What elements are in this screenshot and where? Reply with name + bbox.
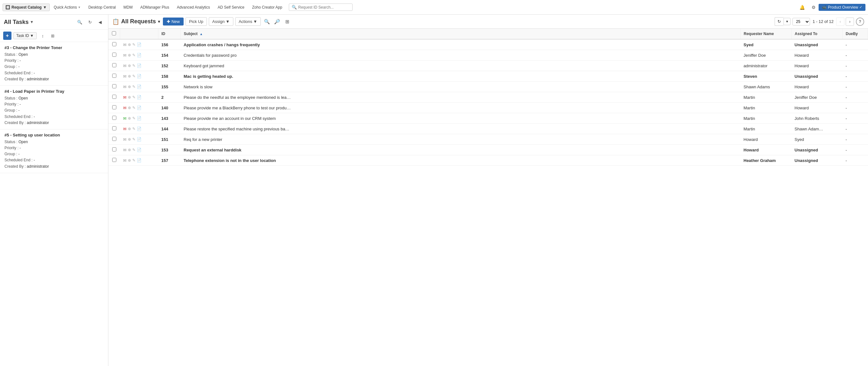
doc-icon[interactable]: 📄 [137, 137, 142, 142]
search-input[interactable] [298, 5, 350, 9]
id-column-header[interactable]: ID [158, 29, 180, 39]
row-subject[interactable]: Please provide me an account in our CRM … [180, 113, 741, 124]
row-checkbox[interactable] [112, 147, 116, 151]
doc-icon[interactable]: 📄 [137, 63, 142, 68]
nav-item-desktop-central[interactable]: Desktop Central [85, 3, 119, 11]
prev-page-button[interactable]: ‹ [836, 18, 844, 26]
nav-item-mdm[interactable]: MDM [120, 3, 136, 11]
dueby-column-header[interactable]: DueBy [842, 29, 868, 39]
edit-icon[interactable]: ✎ [132, 137, 135, 142]
edit-icon[interactable]: ✎ [132, 95, 135, 99]
row-subject[interactable]: Credentials for password pro [180, 50, 741, 61]
nav-item-quick-actions[interactable]: Quick Actions ▼ [50, 3, 85, 11]
assign-button[interactable]: Assign ▼ [209, 17, 233, 26]
edit-icon[interactable]: ✎ [132, 158, 135, 162]
nav-item-admanager[interactable]: ADManager Plus [137, 3, 173, 11]
row-checkbox[interactable] [112, 63, 116, 67]
email-icon[interactable]: ✉ [123, 137, 127, 142]
row-id[interactable]: 140 [158, 103, 180, 113]
subject-column-header[interactable]: Subject ▲ [180, 29, 741, 39]
task-item[interactable]: #3 - Change the Printer Toner Status : O… [0, 42, 108, 86]
row-subject[interactable]: Request an external harddisk [180, 145, 741, 155]
edit-icon[interactable]: ✎ [132, 105, 135, 110]
merge-icon[interactable]: ⊕ [128, 116, 131, 121]
sort-direction-icon[interactable]: ↕ [38, 32, 47, 40]
merge-icon[interactable]: ⊕ [128, 127, 131, 131]
email-icon[interactable]: ✉ [123, 85, 127, 89]
merge-icon[interactable]: ⊕ [128, 148, 131, 152]
edit-icon[interactable]: ✎ [132, 116, 135, 121]
email-icon[interactable]: ✉ [123, 158, 127, 163]
sort-button[interactable]: Task ID ▼ [13, 32, 37, 39]
row-id[interactable]: 157 [158, 155, 180, 166]
row-checkbox[interactable] [112, 53, 116, 57]
add-task-button[interactable]: + [3, 32, 11, 40]
doc-icon[interactable]: 📄 [137, 127, 142, 131]
merge-icon[interactable]: ⊕ [128, 105, 131, 110]
edit-icon[interactable]: ✎ [132, 74, 135, 79]
email-icon[interactable]: ✉ [123, 63, 127, 68]
refresh-main-button[interactable]: ↻ [775, 17, 783, 26]
merge-icon[interactable]: ⊕ [128, 85, 131, 89]
merge-icon[interactable]: ⊕ [128, 53, 131, 57]
doc-icon[interactable]: 📄 [137, 95, 142, 99]
notifications-icon[interactable]: 🔔 [798, 3, 806, 12]
row-subject[interactable]: Application crashes / hangs frequently [180, 39, 741, 50]
email-icon[interactable]: ✉ [123, 74, 127, 79]
left-refresh-icon[interactable]: ↻ [86, 18, 94, 26]
row-checkbox[interactable] [112, 42, 116, 46]
email-icon[interactable]: ✉ [123, 105, 127, 110]
pickup-button[interactable]: Pick Up [186, 17, 207, 26]
row-id[interactable]: 144 [158, 124, 180, 134]
page-size-select[interactable]: 25 10 50 100 [793, 18, 810, 26]
new-button[interactable]: ✚ New [163, 18, 184, 26]
edit-icon[interactable]: ✎ [132, 42, 135, 47]
row-checkbox[interactable] [112, 116, 116, 120]
row-subject[interactable]: Please restore the specified machine usi… [180, 124, 741, 134]
edit-icon[interactable]: ✎ [132, 63, 135, 68]
merge-icon[interactable]: ⊕ [128, 42, 131, 47]
row-subject[interactable]: Req for a new printer [180, 134, 741, 145]
search-box[interactable]: 🔍 [289, 3, 352, 11]
next-page-button[interactable]: › [846, 18, 854, 26]
table-search-icon[interactable]: 🔍 [263, 18, 271, 26]
row-id[interactable]: 151 [158, 134, 180, 145]
row-id[interactable]: 2 [158, 92, 180, 103]
doc-icon[interactable]: 📄 [137, 53, 142, 57]
doc-icon[interactable]: 📄 [137, 116, 142, 121]
doc-icon[interactable]: 📄 [137, 85, 142, 89]
email-icon[interactable]: ✉ [123, 53, 127, 58]
nav-item-ad-self-service[interactable]: AD Self Service [214, 3, 248, 11]
brand-button[interactable]: 🔲 Request Catalog ▼ [3, 3, 50, 11]
product-overview-button[interactable]: 📹 Product Overview ✓ [818, 4, 865, 11]
left-collapse-icon[interactable]: ◀ [96, 18, 104, 26]
row-checkbox[interactable] [112, 137, 116, 141]
doc-icon[interactable]: 📄 [137, 158, 142, 162]
email-icon[interactable]: ✉ [123, 148, 127, 152]
actions-button[interactable]: Actions ▼ [235, 17, 261, 26]
doc-icon[interactable]: 📄 [137, 148, 142, 152]
row-subject[interactable]: Please do the needful as the employee me… [180, 92, 741, 103]
merge-icon[interactable]: ⊕ [128, 95, 131, 99]
row-checkbox[interactable] [112, 84, 116, 88]
row-checkbox[interactable] [112, 95, 116, 99]
select-all-checkbox[interactable] [112, 31, 116, 35]
merge-icon[interactable]: ⊕ [128, 63, 131, 68]
row-id[interactable]: 153 [158, 145, 180, 155]
email-icon[interactable]: ✉ [123, 127, 127, 131]
edit-icon[interactable]: ✎ [132, 85, 135, 89]
row-checkbox[interactable] [112, 105, 116, 109]
table-zoom-icon[interactable]: 🔎 [273, 18, 281, 26]
merge-icon[interactable]: ⊕ [128, 158, 131, 162]
help-button[interactable]: ? [856, 18, 864, 26]
merge-icon[interactable]: ⊕ [128, 74, 131, 79]
left-search-icon[interactable]: 🔍 [75, 18, 84, 26]
assigned-column-header[interactable]: Assigned To [792, 29, 842, 39]
refresh-caret-button[interactable]: ▼ [783, 18, 790, 25]
row-id[interactable]: 158 [158, 71, 180, 82]
requester-column-header[interactable]: Requester Name [741, 29, 792, 39]
doc-icon[interactable]: 📄 [137, 42, 142, 47]
email-icon[interactable]: ✉ [123, 116, 127, 121]
row-checkbox[interactable] [112, 74, 116, 78]
row-id[interactable]: 156 [158, 39, 180, 50]
